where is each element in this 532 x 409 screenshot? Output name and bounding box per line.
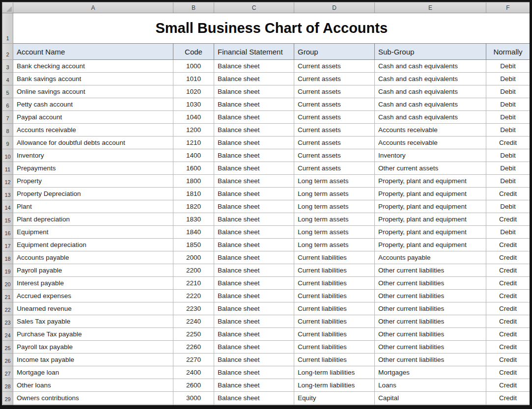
cell-account-name[interactable]: Online savings account: [13, 85, 173, 98]
row-number[interactable]: 3: [2, 60, 13, 73]
cell-financial-statement[interactable]: Balance sheet: [214, 264, 294, 277]
column-header-d[interactable]: D: [294, 2, 375, 13]
cell-code[interactable]: 2200: [173, 264, 214, 277]
cell-code[interactable]: 1800: [173, 175, 214, 188]
cell-group[interactable]: Long term assets: [294, 175, 375, 188]
cell-normally[interactable]: Credit: [486, 251, 530, 264]
header-code[interactable]: Code: [173, 44, 214, 60]
cell-group[interactable]: Current liabilities: [294, 277, 375, 290]
row-number[interactable]: 12: [2, 175, 13, 188]
cell-account-name[interactable]: Income tax payable: [13, 354, 173, 366]
cell-sub-group[interactable]: Cash and cash equivalents: [375, 85, 486, 98]
cell-code[interactable]: 2000: [173, 251, 214, 264]
cell-group[interactable]: Current liabilities: [294, 341, 375, 354]
cell-normally[interactable]: Credit: [486, 213, 530, 226]
cell-normally[interactable]: Credit: [486, 379, 530, 392]
cell-sub-group[interactable]: Other current liabilities: [375, 315, 486, 328]
row-number[interactable]: 23: [2, 315, 13, 328]
cell-group[interactable]: Current liabilities: [294, 354, 375, 366]
cell-sub-group[interactable]: Cash and cash equivalents: [375, 111, 486, 124]
cell-code[interactable]: 1210: [173, 136, 214, 149]
row-number[interactable]: 17: [2, 239, 13, 251]
cell-code[interactable]: 2600: [173, 379, 214, 392]
cell-financial-statement[interactable]: Balance sheet: [214, 175, 294, 188]
cell-sub-group[interactable]: Property, plant and equipment: [375, 188, 486, 200]
cell-group[interactable]: Long term assets: [294, 213, 375, 226]
cell-normally[interactable]: Debit: [486, 85, 530, 98]
cell-normally[interactable]: Debit: [486, 124, 530, 136]
cell-normally[interactable]: Debit: [486, 162, 530, 175]
cell-normally[interactable]: Debit: [486, 175, 530, 188]
cell-sub-group[interactable]: Accounts payable: [375, 251, 486, 264]
cell-account-name[interactable]: Mortgage loan: [13, 366, 173, 379]
cell-group[interactable]: Current liabilities: [294, 328, 375, 341]
cell-financial-statement[interactable]: Balance sheet: [214, 213, 294, 226]
cell-account-name[interactable]: Plant: [13, 200, 173, 213]
cell-group[interactable]: Current assets: [294, 98, 375, 111]
cell-code[interactable]: 2220: [173, 290, 214, 302]
cell-normally[interactable]: Credit: [486, 277, 530, 290]
cell-sub-group[interactable]: Property, plant and equipment: [375, 226, 486, 239]
cell-normally[interactable]: Debit: [486, 98, 530, 111]
select-all-button[interactable]: [2, 2, 13, 13]
cell-group[interactable]: Long term assets: [294, 239, 375, 251]
cell-financial-statement[interactable]: Balance sheet: [214, 341, 294, 354]
cell-account-name[interactable]: Other loans: [13, 379, 173, 392]
cell-group[interactable]: Equity: [294, 392, 375, 405]
cell-financial-statement[interactable]: Balance sheet: [214, 73, 294, 85]
cell-group[interactable]: Current assets: [294, 60, 375, 73]
cell-sub-group[interactable]: Capital: [375, 392, 486, 405]
cell-normally[interactable]: Debit: [486, 60, 530, 73]
row-number[interactable]: 21: [2, 290, 13, 302]
row-number[interactable]: 13: [2, 188, 13, 200]
cell-sub-group[interactable]: Accounts receivable: [375, 124, 486, 136]
cell-account-name[interactable]: Plant depreciation: [13, 213, 173, 226]
header-financial-statement[interactable]: Financial Statement: [214, 44, 294, 60]
cell-group[interactable]: Current liabilities: [294, 251, 375, 264]
cell-code[interactable]: 1010: [173, 73, 214, 85]
cell-group[interactable]: Long-term liabilities: [294, 366, 375, 379]
cell-sub-group[interactable]: Cash and cash equivalents: [375, 60, 486, 73]
cell-code[interactable]: 2210: [173, 277, 214, 290]
cell-financial-statement[interactable]: Balance sheet: [214, 111, 294, 124]
cell-code[interactable]: 1400: [173, 149, 214, 162]
page-title[interactable]: Small Business Chart of Accounts: [13, 13, 530, 44]
row-number[interactable]: 26: [2, 354, 13, 366]
row-number[interactable]: 25: [2, 341, 13, 354]
cell-normally[interactable]: Debit: [486, 149, 530, 162]
cell-code[interactable]: 1040: [173, 111, 214, 124]
cell-financial-statement[interactable]: Balance sheet: [214, 149, 294, 162]
cell-code[interactable]: 3000: [173, 392, 214, 405]
cell-sub-group[interactable]: Other current assets: [375, 162, 486, 175]
cell-normally[interactable]: Credit: [486, 341, 530, 354]
cell-financial-statement[interactable]: Balance sheet: [214, 392, 294, 405]
row-number[interactable]: 11: [2, 162, 13, 175]
cell-account-name[interactable]: Allowance for doubtful debts account: [13, 136, 173, 149]
cell-code[interactable]: 1600: [173, 162, 214, 175]
cell-financial-statement[interactable]: Balance sheet: [214, 60, 294, 73]
cell-sub-group[interactable]: Loans: [375, 379, 486, 392]
cell-code[interactable]: 1820: [173, 200, 214, 213]
cell-group[interactable]: Current assets: [294, 136, 375, 149]
cell-sub-group[interactable]: Mortgages: [375, 366, 486, 379]
cell-financial-statement[interactable]: Balance sheet: [214, 188, 294, 200]
cell-sub-group[interactable]: Inventory: [375, 149, 486, 162]
cell-account-name[interactable]: Prepayments: [13, 162, 173, 175]
cell-group[interactable]: Long-term liabilities: [294, 379, 375, 392]
cell-account-name[interactable]: Sales Tax payable: [13, 315, 173, 328]
cell-sub-group[interactable]: Other current liabilities: [375, 341, 486, 354]
cell-normally[interactable]: Credit: [486, 354, 530, 366]
cell-normally[interactable]: Credit: [486, 239, 530, 251]
row-number[interactable]: 4: [2, 73, 13, 85]
cell-sub-group[interactable]: Cash and cash equivalents: [375, 98, 486, 111]
cell-group[interactable]: Current assets: [294, 162, 375, 175]
cell-code[interactable]: 2270: [173, 354, 214, 366]
cell-sub-group[interactable]: Property, plant and equipment: [375, 200, 486, 213]
cell-group[interactable]: Current liabilities: [294, 290, 375, 302]
cell-financial-statement[interactable]: Balance sheet: [214, 98, 294, 111]
cell-code[interactable]: 1030: [173, 98, 214, 111]
cell-account-name[interactable]: Petty cash account: [13, 98, 173, 111]
cell-normally[interactable]: Credit: [486, 264, 530, 277]
row-number[interactable]: 6: [2, 98, 13, 111]
cell-account-name[interactable]: Accrued expenses: [13, 290, 173, 302]
